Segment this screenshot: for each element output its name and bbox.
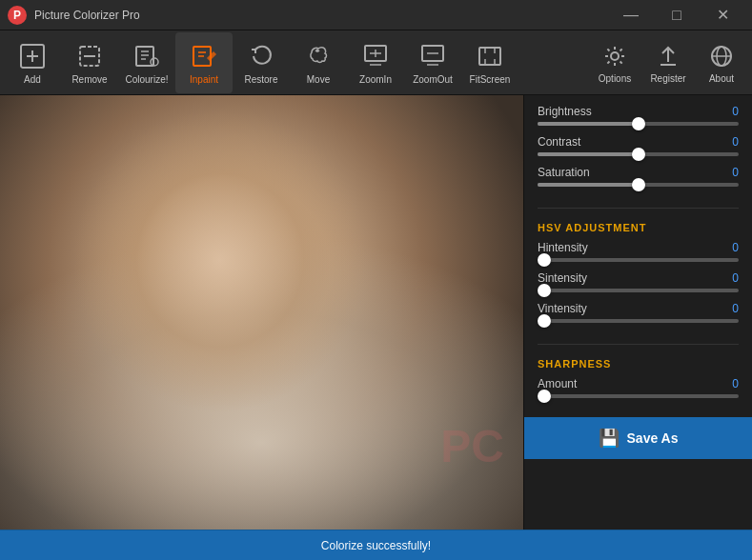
add-icon: [16, 40, 49, 72]
tool-zoomin-label: ZoomIn: [359, 74, 392, 85]
amount-row: Amount 0: [538, 377, 739, 398]
about-icon: [706, 41, 737, 71]
sintensity-row: Sintensity 0: [538, 271, 739, 292]
contrast-row: Contrast 0: [538, 135, 739, 156]
tool-about-label: About: [709, 73, 734, 84]
contrast-value: 0: [720, 135, 739, 149]
tool-fitscreen-label: FitScreen: [470, 74, 511, 85]
save-label: Save As: [627, 430, 679, 446]
vintensity-slider[interactable]: [538, 319, 739, 323]
save-as-bar[interactable]: 💾 Save As: [524, 417, 752, 459]
saturation-label: Saturation: [538, 166, 590, 179]
saturation-row: Saturation 0: [538, 166, 739, 187]
tool-colourize[interactable]: Colourize!: [118, 32, 175, 93]
hsv-title: HSV ADJUSTMENT: [538, 220, 739, 233]
tool-register[interactable]: Register: [641, 32, 695, 93]
svg-rect-20: [479, 48, 500, 65]
sharpness-section: SHARPNESS Amount 0: [524, 347, 752, 417]
minimize-button[interactable]: —: [609, 0, 653, 30]
toolbar: Add Remove Colourize!: [0, 30, 752, 95]
vintensity-row: Vintensity 0: [538, 302, 739, 323]
main-area: PC Brightness 0 Contrast 0: [0, 95, 752, 530]
fitscreen-icon: [474, 40, 506, 72]
sintensity-label: Sintensity: [538, 271, 587, 285]
photo-overlay: [0, 95, 523, 530]
move-icon: [302, 40, 335, 72]
right-panel: Brightness 0 Contrast 0: [523, 95, 752, 530]
basic-adjustments-section: Brightness 0 Contrast 0: [524, 95, 752, 206]
amount-value: 0: [720, 377, 739, 390]
zoomout-icon: [417, 40, 449, 72]
hintensity-slider[interactable]: [538, 258, 739, 262]
tool-zoomout-label: ZoomOut: [413, 74, 453, 85]
brightness-label: Brightness: [538, 105, 592, 118]
tool-colourize-label: Colourize!: [125, 74, 168, 85]
sintensity-value: 0: [720, 271, 739, 285]
saturation-value: 0: [720, 166, 739, 179]
hintensity-value: 0: [720, 241, 739, 254]
tool-inpaint[interactable]: Inpaint: [175, 32, 233, 93]
tool-options-label: Options: [599, 73, 631, 84]
tool-inpaint-label: Inpaint: [190, 74, 218, 85]
amount-slider[interactable]: [538, 394, 739, 398]
saturation-slider[interactable]: [538, 183, 739, 187]
register-icon: [653, 41, 683, 71]
tool-move[interactable]: Move: [290, 32, 347, 93]
sintensity-slider[interactable]: [538, 289, 739, 292]
status-text: Colorize successfully!: [321, 539, 431, 552]
tool-options[interactable]: Options: [588, 32, 641, 93]
tool-add-label: Add: [24, 74, 41, 85]
save-icon: 💾: [599, 428, 620, 449]
tool-zoomout[interactable]: ZoomOut: [404, 32, 461, 93]
close-button[interactable]: ✕: [701, 0, 744, 30]
hintensity-label: Hintensity: [538, 241, 588, 254]
hintensity-row: Hintensity 0: [538, 241, 739, 262]
vintensity-label: Vintensity: [538, 302, 587, 315]
brightness-row: Brightness 0: [538, 105, 739, 126]
zoomin-icon: [359, 40, 392, 72]
window-controls: — □ ✕: [609, 0, 744, 30]
titlebar: P Picture Colorizer Pro — □ ✕: [0, 0, 752, 30]
tool-register-label: Register: [650, 73, 685, 84]
contrast-label: Contrast: [538, 135, 580, 149]
remove-icon: [73, 40, 106, 72]
svg-point-21: [611, 52, 619, 60]
photo-display: PC: [0, 95, 523, 530]
tool-move-label: Move: [307, 74, 330, 85]
tool-remove[interactable]: Remove: [61, 32, 118, 93]
statusbar: Colorize successfully!: [0, 530, 752, 560]
amount-label: Amount: [538, 377, 577, 390]
tool-add[interactable]: Add: [4, 32, 61, 93]
app-icon: P: [8, 6, 27, 25]
divider-1: [538, 208, 739, 209]
tool-zoomin[interactable]: ZoomIn: [347, 32, 404, 93]
tool-remove-label: Remove: [71, 74, 107, 85]
tool-about[interactable]: About: [695, 32, 748, 93]
colourize-icon: [131, 40, 163, 72]
vintensity-value: 0: [720, 302, 739, 315]
options-icon: [600, 41, 630, 71]
maximize-button[interactable]: □: [655, 0, 699, 30]
tool-restore-label: Restore: [244, 74, 277, 85]
divider-2: [538, 344, 739, 345]
brightness-slider[interactable]: [538, 122, 739, 126]
tool-restore[interactable]: Restore: [233, 32, 290, 93]
canvas-area[interactable]: PC: [0, 95, 523, 530]
tool-fitscreen[interactable]: FitScreen: [461, 32, 518, 93]
app-title: Picture Colorizer Pro: [34, 9, 609, 22]
restore-icon: [245, 40, 277, 72]
inpaint-icon: [188, 40, 220, 72]
hsv-section: HSV ADJUSTMENT Hintensity 0 Sintensity 0: [524, 210, 752, 342]
contrast-slider[interactable]: [538, 152, 739, 156]
brightness-value: 0: [720, 105, 739, 118]
sharpness-title: SHARPNESS: [538, 356, 739, 370]
